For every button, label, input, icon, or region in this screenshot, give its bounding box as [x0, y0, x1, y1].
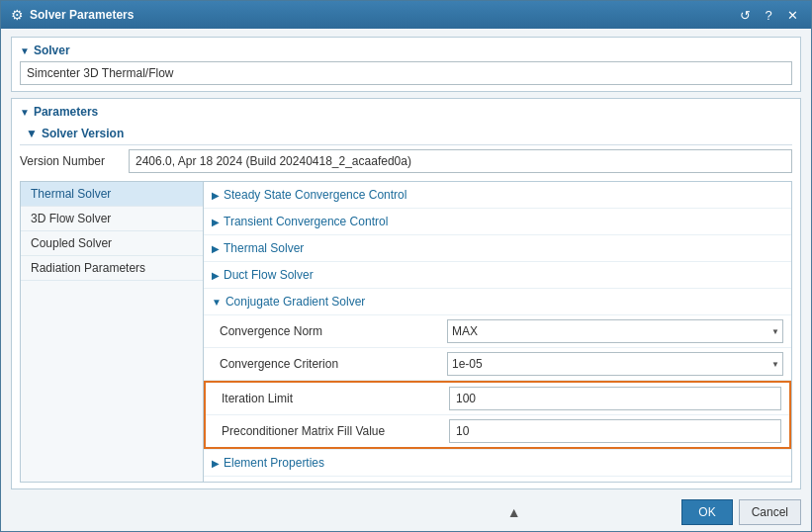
duct-flow-label: Duct Flow Solver: [224, 268, 314, 282]
iteration-limit-row: Iteration Limit: [206, 383, 789, 415]
cancel-button[interactable]: Cancel: [739, 499, 801, 525]
duct-flow-arrow: ▶: [212, 270, 220, 281]
thermal-solver-row[interactable]: ▶ Thermal Solver: [204, 235, 791, 262]
thermal-coupling-row[interactable]: ▶ Thermal Coupling: [204, 477, 791, 482]
left-item-thermal-solver[interactable]: Thermal Solver: [21, 182, 203, 207]
parameters-arrow: ▼: [20, 107, 30, 118]
left-item-radiation-parameters[interactable]: Radiation Parameters: [21, 256, 203, 281]
parameters-label: Parameters: [34, 105, 98, 119]
version-number-label: Version Number: [20, 154, 119, 168]
duct-flow-row[interactable]: ▶ Duct Flow Solver: [204, 262, 791, 289]
title-bar-buttons: ↺ ? ✕: [736, 6, 801, 24]
ok-button[interactable]: OK: [681, 499, 732, 525]
main-content: Thermal Solver 3D Flow Solver Coupled So…: [20, 181, 792, 483]
iteration-limit-input[interactable]: [449, 387, 781, 410]
solver-label: Solver: [34, 44, 70, 57]
convergence-norm-select-wrapper: MAX RMS L1: [447, 319, 783, 343]
left-panel: Thermal Solver 3D Flow Solver Coupled So…: [21, 182, 204, 482]
footer-scroll-up[interactable]: ▲: [507, 504, 521, 520]
help-button[interactable]: ?: [760, 6, 777, 24]
convergence-criterion-label: Convergence Criterion: [220, 357, 447, 371]
transient-label: Transient Convergence Control: [224, 215, 388, 228]
footer-buttons: OK Cancel: [681, 499, 801, 525]
thermal-solver-label: Thermal Solver: [224, 241, 304, 255]
element-properties-label: Element Properties: [224, 456, 324, 470]
parameters-header: ▼ Parameters: [20, 105, 792, 119]
title-bar: ⚙ Solver Parameters ↺ ? ✕: [1, 1, 811, 29]
preconditioner-label: Preconditioner Matrix Fill Value: [222, 424, 449, 438]
preconditioner-input[interactable]: [449, 419, 781, 443]
version-number-input: [129, 149, 792, 173]
steady-state-row[interactable]: ▶ Steady State Convergence Control: [204, 182, 791, 209]
solver-version-block: ▼ Solver Version Version Number: [20, 123, 792, 173]
conjugate-gradient-header[interactable]: ▼ Conjugate Gradient Solver: [204, 289, 791, 315]
solver-version-header: ▼ Solver Version: [20, 123, 792, 145]
iteration-limit-value-wrapper: [449, 387, 781, 410]
steady-state-label: Steady State Convergence Control: [224, 188, 406, 202]
right-panel: ▶ Steady State Convergence Control ▶ Tra…: [204, 182, 791, 482]
iteration-limit-label: Iteration Limit: [222, 392, 449, 405]
solver-version-label: Solver Version: [42, 127, 124, 140]
solver-parameters-dialog: ⚙ Solver Parameters ↺ ? ✕ ▼ Solver ▼ Par…: [0, 0, 812, 532]
dialog-body: ▼ Solver ▼ Parameters ▼ Solver Version V…: [1, 29, 811, 493]
parameters-section: ▼ Parameters ▼ Solver Version Version Nu…: [11, 98, 801, 489]
convergence-criterion-select-wrapper: 1e-05 1e-04 1e-06: [447, 352, 783, 376]
preconditioner-row: Preconditioner Matrix Fill Value: [206, 415, 789, 447]
highlighted-section: Iteration Limit Preconditioner Matrix Fi…: [204, 381, 791, 449]
convergence-criterion-row: Convergence Criterion 1e-05 1e-04 1e-06: [204, 348, 791, 381]
convergence-norm-label: Convergence Norm: [220, 324, 447, 338]
element-properties-row[interactable]: ▶ Element Properties: [204, 450, 791, 477]
solver-version-arrow: ▼: [26, 127, 38, 140]
thermal-solver-arrow: ▶: [212, 243, 220, 254]
element-properties-arrow: ▶: [212, 458, 220, 469]
dialog-footer: ▲ OK Cancel: [1, 493, 811, 531]
footer-center: ▲: [346, 504, 681, 520]
solver-arrow: ▼: [20, 45, 30, 56]
convergence-norm-row: Convergence Norm MAX RMS L1: [204, 315, 791, 348]
conjugate-gradient-arrow: ▼: [212, 297, 222, 308]
solver-section-header: ▼ Solver: [20, 44, 792, 57]
solver-input[interactable]: [20, 61, 792, 85]
dialog-title: Solver Parameters: [30, 8, 134, 22]
transient-convergence-row[interactable]: ▶ Transient Convergence Control: [204, 209, 791, 235]
transient-arrow: ▶: [212, 217, 220, 227]
close-button[interactable]: ✕: [783, 6, 801, 24]
refresh-button[interactable]: ↺: [736, 6, 754, 24]
version-row: Version Number: [20, 149, 792, 173]
dialog-icon: ⚙: [11, 7, 24, 23]
conjugate-gradient-label: Conjugate Gradient Solver: [226, 295, 365, 309]
convergence-norm-select[interactable]: MAX RMS L1: [447, 319, 783, 343]
left-item-coupled-solver[interactable]: Coupled Solver: [21, 231, 203, 256]
preconditioner-value-wrapper: [449, 419, 781, 443]
title-bar-left: ⚙ Solver Parameters: [11, 7, 134, 23]
conjugate-gradient-content: Convergence Norm MAX RMS L1: [204, 315, 791, 450]
convergence-criterion-select[interactable]: 1e-05 1e-04 1e-06: [447, 352, 783, 376]
solver-section: ▼ Solver: [11, 37, 801, 92]
steady-state-arrow: ▶: [212, 190, 220, 201]
left-item-3d-flow-solver[interactable]: 3D Flow Solver: [21, 207, 203, 231]
